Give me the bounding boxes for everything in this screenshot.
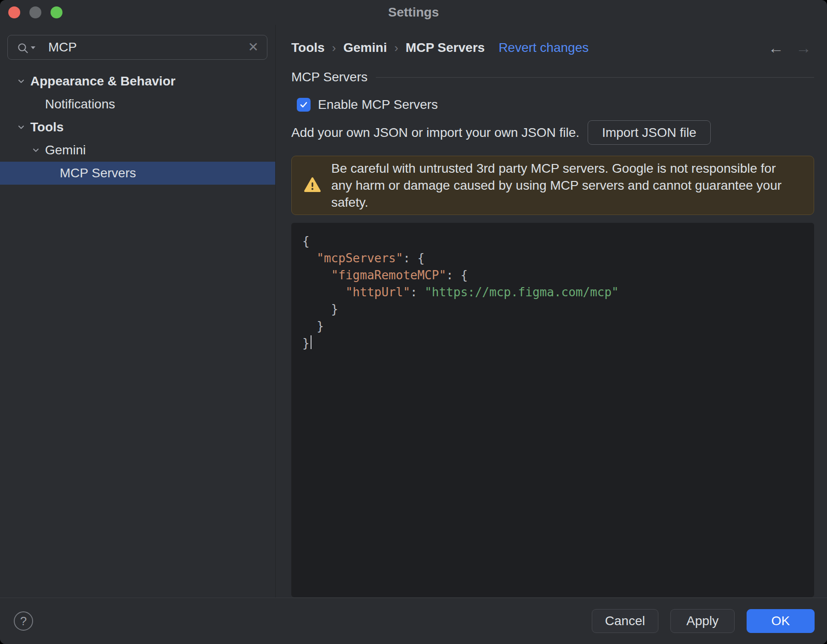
chevron-down-icon[interactable] <box>17 123 30 132</box>
checkmark-icon <box>299 100 308 109</box>
close-button[interactable] <box>8 6 20 18</box>
json-punctuation: { <box>302 234 310 248</box>
back-arrow[interactable]: ← <box>768 40 784 56</box>
warning-icon <box>304 177 321 194</box>
sidebar-item-notifications[interactable]: Notifications <box>0 93 275 116</box>
search-field: ✕ <box>7 35 267 60</box>
sidebar-item-tools[interactable]: Tools <box>0 116 275 139</box>
window-title: Settings <box>388 5 439 20</box>
help-button[interactable]: ? <box>14 611 33 631</box>
json-key: "httpUrl" <box>346 285 410 299</box>
text-cursor <box>311 335 312 349</box>
traffic-lights <box>8 0 62 25</box>
code-line: "httpUrl": "https://mcp.figma.com/mcp" <box>302 284 814 301</box>
ok-button[interactable]: OK <box>747 609 815 633</box>
section-title: MCP Servers <box>291 70 368 85</box>
breadcrumb-item-gemini[interactable]: Gemini <box>343 40 387 55</box>
zoom-button[interactable] <box>51 6 62 18</box>
json-punctuation: } <box>302 319 324 333</box>
import-json-button[interactable]: Import JSON file <box>588 120 710 145</box>
nav-arrows: ← → <box>768 39 811 57</box>
json-key: "mcpServers" <box>317 251 403 265</box>
import-description: Add your own JSON or import your own JSO… <box>291 125 579 140</box>
apply-button[interactable]: Apply <box>670 609 735 633</box>
json-punctuation <box>302 285 346 299</box>
search-input[interactable] <box>8 35 267 59</box>
json-editor-code: { "mcpServers": { "figmaRemoteMCP": { "h… <box>302 233 814 352</box>
sidebar-item-label: MCP Servers <box>60 166 136 181</box>
enable-row: Enable MCP Servers <box>291 95 814 115</box>
sidebar-item-label: Appearance & Behavior <box>30 74 176 89</box>
breadcrumb-row: Tools›Gemini›MCP Servers Revert changes … <box>291 39 814 57</box>
sidebar-item-label: Notifications <box>45 97 115 112</box>
sidebar-item-appearance-behavior[interactable]: Appearance & Behavior <box>0 70 275 93</box>
code-line: } <box>302 301 814 318</box>
warning-text: Be careful with untrusted 3rd party MCP … <box>331 160 800 211</box>
code-line: "mcpServers": { <box>302 250 814 267</box>
code-line: } <box>302 335 814 352</box>
settings-sidebar: ✕ Appearance & BehaviorNotificationsTool… <box>0 25 276 598</box>
breadcrumb-item-tools[interactable]: Tools <box>291 40 325 55</box>
settings-window: Settings ✕ Appearance & BehaviorNotifica… <box>0 0 827 644</box>
json-punctuation: : { <box>446 268 468 282</box>
clear-search-icon[interactable]: ✕ <box>248 41 259 54</box>
json-punctuation <box>302 268 331 282</box>
code-line: "figmaRemoteMCP": { <box>302 267 814 284</box>
import-row: Add your own JSON or import your own JSO… <box>291 120 814 145</box>
chevron-down-icon[interactable] <box>17 77 30 86</box>
warning-banner: Be careful with untrusted 3rd party MCP … <box>291 156 814 215</box>
json-punctuation: } <box>302 336 310 350</box>
breadcrumb: Tools›Gemini›MCP Servers <box>291 40 485 55</box>
minimize-button[interactable] <box>29 6 41 18</box>
sidebar-item-gemini[interactable]: Gemini <box>0 139 275 162</box>
enable-mcp-label: Enable MCP Servers <box>318 97 438 112</box>
json-string: "https://mcp.figma.com/mcp" <box>425 285 619 299</box>
footer: ? CancelApplyOK <box>0 598 827 644</box>
breadcrumb-separator: › <box>332 41 336 55</box>
json-key: "figmaRemoteMCP" <box>331 268 446 282</box>
json-editor[interactable]: { "mcpServers": { "figmaRemoteMCP": { "h… <box>291 223 814 597</box>
sidebar-item-label: Gemini <box>45 143 86 158</box>
json-punctuation: } <box>302 302 338 316</box>
revert-changes-link[interactable]: Revert changes <box>498 40 589 55</box>
settings-tree: Appearance & BehaviorNotificationsToolsG… <box>0 70 275 185</box>
titlebar: Settings <box>0 0 827 25</box>
forward-arrow[interactable]: → <box>796 40 811 56</box>
json-punctuation <box>302 251 317 265</box>
main-panel: Tools›Gemini›MCP Servers Revert changes … <box>276 25 827 598</box>
section-divider <box>376 77 814 78</box>
code-line: { <box>302 233 814 250</box>
enable-mcp-checkbox[interactable] <box>297 98 311 112</box>
footer-buttons: CancelApplyOK <box>592 609 815 633</box>
sidebar-item-mcp-servers[interactable]: MCP Servers <box>0 162 275 185</box>
chevron-down-icon[interactable] <box>31 146 45 155</box>
cancel-button[interactable]: Cancel <box>592 609 658 633</box>
section-header: MCP Servers <box>291 68 814 86</box>
breadcrumb-item-mcp-servers[interactable]: MCP Servers <box>406 40 485 55</box>
json-punctuation: : { <box>403 251 425 265</box>
code-line: } <box>302 318 814 335</box>
breadcrumb-separator: › <box>394 41 398 55</box>
sidebar-item-label: Tools <box>30 120 64 135</box>
json-punctuation: : <box>410 285 425 299</box>
